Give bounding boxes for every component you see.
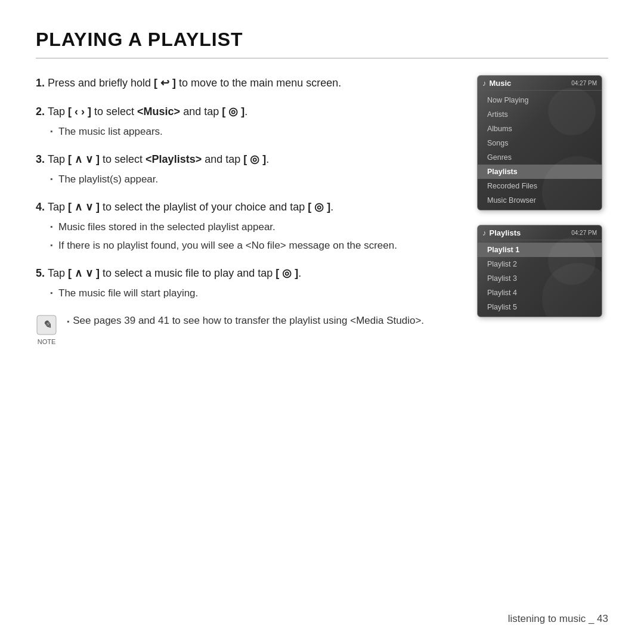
music-note-icon-2: ♪ xyxy=(482,228,487,237)
screen2-header: ♪ Playlists 04:27 PM xyxy=(478,225,602,240)
screen1-title: Music xyxy=(490,79,512,88)
list-item: The playlist(s) appear. xyxy=(50,172,453,187)
footer-text: listening to music _ 43 xyxy=(508,613,608,625)
step-3-bullets: The playlist(s) appear. xyxy=(50,172,453,187)
menu-item-playlist-4: Playlist 4 xyxy=(478,286,602,300)
step-5-number: 5. xyxy=(36,267,48,279)
content-area: 1. Press and briefly hold [ ↩ ] to move … xyxy=(36,75,608,345)
list-item: Music files stored in the selected playl… xyxy=(50,219,453,235)
screen2-header-left: ♪ Playlists xyxy=(482,228,521,237)
menu-item-albums: Albums xyxy=(478,122,602,136)
screens-area: ♪ Music 04:27 PM Now Playing Artists Alb… xyxy=(477,75,608,345)
instructions: 1. Press and briefly hold [ ↩ ] to move … xyxy=(36,75,453,345)
screen1-menu: Now Playing Artists Albums Songs Genres … xyxy=(478,91,602,210)
screen1-header: ♪ Music 04:27 PM xyxy=(478,76,602,91)
step-3-text: Tap [ ∧ ∨ ] to select <Playlists> and ta… xyxy=(48,153,269,165)
device-screen-1: ♪ Music 04:27 PM Now Playing Artists Alb… xyxy=(477,75,602,210)
step-4-text: Tap [ ∧ ∨ ] to select the playlist of yo… xyxy=(48,201,333,213)
step-4-bullets: Music files stored in the selected playl… xyxy=(50,219,453,253)
svg-text:✎: ✎ xyxy=(42,319,51,331)
step-1-text: Press and briefly hold [ ↩ ] to move to … xyxy=(48,77,341,89)
screen2-time: 04:27 PM xyxy=(571,230,597,236)
menu-item-playlists: Playlists xyxy=(478,165,602,179)
screen1-time: 04:27 PM xyxy=(571,80,597,86)
list-item: The music list appears. xyxy=(50,124,453,140)
step-1: 1. Press and briefly hold [ ↩ ] to move … xyxy=(36,75,453,92)
menu-item-recorded-files: Recorded Files xyxy=(478,179,602,193)
step-5-text: Tap [ ∧ ∨ ] to select a music file to pl… xyxy=(48,267,301,279)
screen1-header-left: ♪ Music xyxy=(482,79,511,88)
menu-item-artists: Artists xyxy=(478,107,602,122)
music-note-icon: ♪ xyxy=(482,79,487,88)
step-1-number: 1. xyxy=(36,77,48,89)
list-item: The music file will start playing. xyxy=(50,286,453,301)
step-2: 2. Tap [ ‹ › ] to select <Music> and tap… xyxy=(36,104,453,140)
note-text: See pages 39 and 41 to see how to transf… xyxy=(63,313,424,329)
page: PLAYING A PLAYLIST 1. Press and briefly … xyxy=(0,0,644,644)
step-2-text: Tap [ ‹ › ] to select <Music> and tap [ … xyxy=(48,106,247,117)
step-3-number: 3. xyxy=(36,153,48,165)
menu-item-playlist-5: Playlist 5 xyxy=(478,300,602,314)
step-4-number: 4. xyxy=(36,201,48,213)
step-2-number: 2. xyxy=(36,106,48,117)
menu-item-genres: Genres xyxy=(478,150,602,165)
device-screen-2: ♪ Playlists 04:27 PM Playlist 1 Playlist… xyxy=(477,225,602,317)
menu-item-now-playing: Now Playing xyxy=(478,93,602,107)
note-label: NOTE xyxy=(38,338,56,345)
list-item: If there is no playlist found, you will … xyxy=(50,238,453,253)
screen2-title: Playlists xyxy=(490,228,521,237)
step-3: 3. Tap [ ∧ ∨ ] to select <Playlists> and… xyxy=(36,151,453,187)
screen2-menu: Playlist 1 Playlist 2 Playlist 3 Playlis… xyxy=(478,240,602,317)
step-5: 5. Tap [ ∧ ∨ ] to select a music file to… xyxy=(36,265,453,301)
step-2-bullets: The music list appears. xyxy=(50,124,453,140)
menu-item-playlist-1: Playlist 1 xyxy=(478,243,602,257)
note-icon: ✎ xyxy=(36,314,57,336)
note-icon-area: ✎ NOTE xyxy=(36,313,57,345)
step-4: 4. Tap [ ∧ ∨ ] to select the playlist of… xyxy=(36,199,453,253)
note-box: ✎ NOTE See pages 39 and 41 to see how to… xyxy=(36,313,453,345)
menu-item-music-browser: Music Browser xyxy=(478,193,602,208)
menu-item-songs: Songs xyxy=(478,136,602,150)
menu-item-playlist-3: Playlist 3 xyxy=(478,271,602,286)
step-5-bullets: The music file will start playing. xyxy=(50,286,453,301)
page-title: PLAYING A PLAYLIST xyxy=(36,29,608,58)
menu-item-playlist-2: Playlist 2 xyxy=(478,257,602,271)
